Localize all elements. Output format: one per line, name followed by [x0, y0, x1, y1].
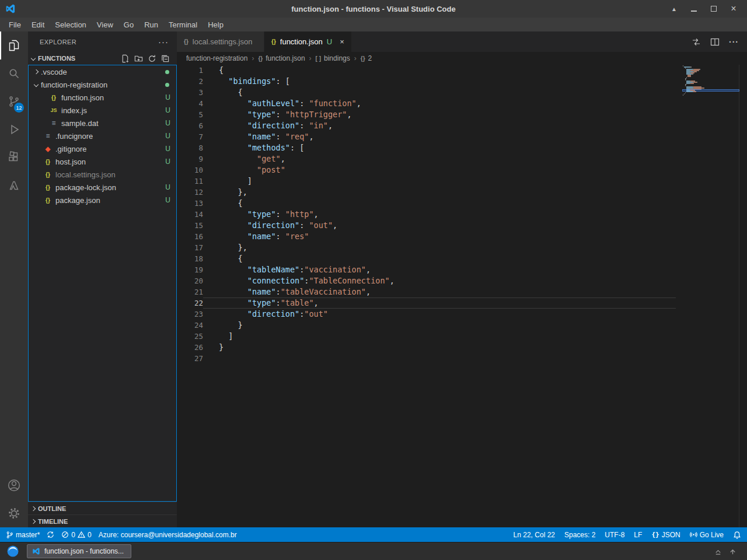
tray-icon-2[interactable]: [729, 548, 736, 555]
tree-item-local.settings.json[interactable]: {}local.settings.json: [29, 168, 176, 181]
split-editor-icon[interactable]: [710, 37, 720, 47]
tree-item-package.json[interactable]: {}package.jsonU: [29, 194, 176, 206]
tree-item-.gitignore[interactable]: ◆.gitignoreU: [29, 142, 176, 155]
line-text: "name": "res": [203, 231, 676, 242]
tray-icon-1[interactable]: [714, 548, 722, 555]
tree-item-function.json[interactable]: {}function.jsonU: [29, 91, 176, 104]
line-number: 24: [177, 320, 203, 331]
title-bar: function.json - functions - Visual Studi…: [0, 0, 747, 18]
menu-terminal[interactable]: Terminal: [163, 20, 203, 29]
close-tab-icon[interactable]: ×: [340, 37, 344, 46]
tree-item-.vscode[interactable]: .vscode: [29, 65, 176, 78]
menu-run[interactable]: Run: [139, 20, 163, 29]
breadcrumb-item[interactable]: {}function.json: [258, 54, 305, 62]
menu-view[interactable]: View: [92, 20, 118, 29]
tree-item-host.json[interactable]: {}host.jsonU: [29, 155, 176, 168]
tab-local.settings.json[interactable]: {}local.settings.json: [177, 32, 264, 52]
language-mode[interactable]: {} JSON: [651, 531, 680, 539]
functions-section-actions: [121, 54, 173, 63]
branch-indicator[interactable]: master*: [6, 531, 40, 539]
close-button[interactable]: ×: [729, 5, 738, 13]
start-menu-button[interactable]: [5, 544, 21, 559]
line-number: 17: [177, 242, 203, 253]
new-folder-icon[interactable]: [134, 54, 143, 63]
section-outline[interactable]: OUTLINE: [28, 502, 177, 514]
refresh-icon[interactable]: [148, 54, 156, 63]
menu-file[interactable]: File: [4, 20, 26, 29]
code-line-12: 12 },: [177, 187, 676, 198]
explorer-title: EXPLORER: [40, 38, 76, 46]
menu-help[interactable]: Help: [203, 20, 229, 29]
line-number: 1: [177, 65, 203, 76]
tree-item-index.js[interactable]: JSindex.jsU: [29, 104, 176, 117]
section-functions[interactable]: FUNCTIONS: [28, 52, 177, 65]
code-editor[interactable]: 1{2 "bindings": [3 {4 "authLevel": "func…: [177, 65, 747, 527]
notifications-bell-icon[interactable]: [733, 531, 741, 539]
vscode-window: function.json - functions - Visual Studi…: [0, 0, 747, 560]
menu-selection[interactable]: Selection: [50, 20, 91, 29]
azure-account-status[interactable]: Azure: coursera@universidadeglobal.com.b…: [99, 531, 237, 539]
eol-setting[interactable]: LF: [634, 531, 642, 539]
line-text: }: [203, 320, 676, 331]
indentation-setting[interactable]: Spaces: 2: [564, 531, 595, 539]
tab-function.json[interactable]: {}function.jsonU×: [264, 32, 352, 52]
menu-go[interactable]: Go: [118, 20, 139, 29]
line-number: 21: [177, 286, 203, 298]
new-file-icon[interactable]: [121, 54, 130, 63]
menu-edit[interactable]: Edit: [26, 20, 50, 29]
tree-item-function-registration[interactable]: function-registration: [29, 78, 176, 91]
line-text: {: [203, 87, 676, 98]
cursor-position[interactable]: Ln 22, Col 22: [514, 531, 555, 539]
more-actions-icon[interactable]: ···: [729, 37, 739, 47]
line-number: 15: [177, 220, 203, 231]
tree-item-sample.dat[interactable]: ≡sample.datU: [29, 117, 176, 130]
file-name: .gitignore: [55, 145, 86, 153]
go-live-button[interactable]: Go Live: [690, 531, 724, 539]
breadcrumb-item[interactable]: {}2: [361, 54, 372, 62]
json-file-icon: {}: [43, 159, 53, 165]
breadcrumb-item[interactable]: function-registration: [186, 54, 247, 62]
source-control-icon[interactable]: 12: [0, 88, 28, 116]
encoding-setting[interactable]: UTF-8: [605, 531, 624, 539]
tree-item-package-lock.json[interactable]: {}package-lock.jsonU: [29, 181, 176, 194]
account-icon[interactable]: [0, 471, 28, 499]
breadcrumb-item[interactable]: [ ]bindings: [316, 54, 350, 62]
section-timeline[interactable]: TIMELINE: [28, 514, 177, 527]
errors-icon: [61, 531, 69, 538]
settings-gear-icon[interactable]: [0, 499, 28, 527]
line-number: 5: [177, 109, 203, 120]
code-line-23: 23 "direction":"out": [177, 309, 676, 320]
run-debug-icon[interactable]: [0, 116, 28, 144]
line-number: 3: [177, 87, 203, 98]
go-live-label: Go Live: [700, 531, 724, 539]
tree-item-.funcignore[interactable]: ≡.funcignoreU: [29, 130, 176, 142]
extensions-icon[interactable]: [0, 144, 28, 172]
line-text: "name": "req",: [203, 131, 676, 142]
line-text: {: [203, 253, 676, 264]
scrollbar[interactable]: [739, 65, 747, 527]
rollup-button[interactable]: ▲: [670, 5, 678, 13]
tab-label: local.settings.json: [193, 37, 253, 46]
collapse-all-icon[interactable]: [161, 54, 170, 63]
explorer-more-actions-icon[interactable]: ···: [158, 37, 169, 47]
line-text: {: [203, 198, 676, 209]
taskbar-app-vscode[interactable]: function.json - functions...: [27, 544, 131, 558]
minimap[interactable]: [683, 65, 739, 97]
breadcrumb-label: 2: [368, 54, 372, 62]
file-name: .vscode: [41, 68, 67, 76]
code-line-25: 25 ]: [177, 331, 676, 342]
code-line-26: 26}: [177, 342, 676, 353]
git-status-badge: U: [165, 119, 170, 127]
errors-count: 0: [71, 531, 75, 539]
minimize-button[interactable]: [690, 5, 698, 13]
sync-button[interactable]: [47, 531, 54, 538]
azure-icon[interactable]: [0, 172, 28, 200]
problems-indicator[interactable]: 0 0: [61, 531, 91, 539]
line-number: 9: [177, 153, 203, 164]
explorer-icon[interactable]: [0, 32, 28, 60]
chevron-down-icon: [31, 56, 36, 61]
maximize-button[interactable]: [710, 5, 718, 13]
symbol-icon: {}: [361, 55, 365, 62]
open-changes-icon[interactable]: [692, 37, 701, 47]
search-icon[interactable]: [0, 60, 28, 88]
